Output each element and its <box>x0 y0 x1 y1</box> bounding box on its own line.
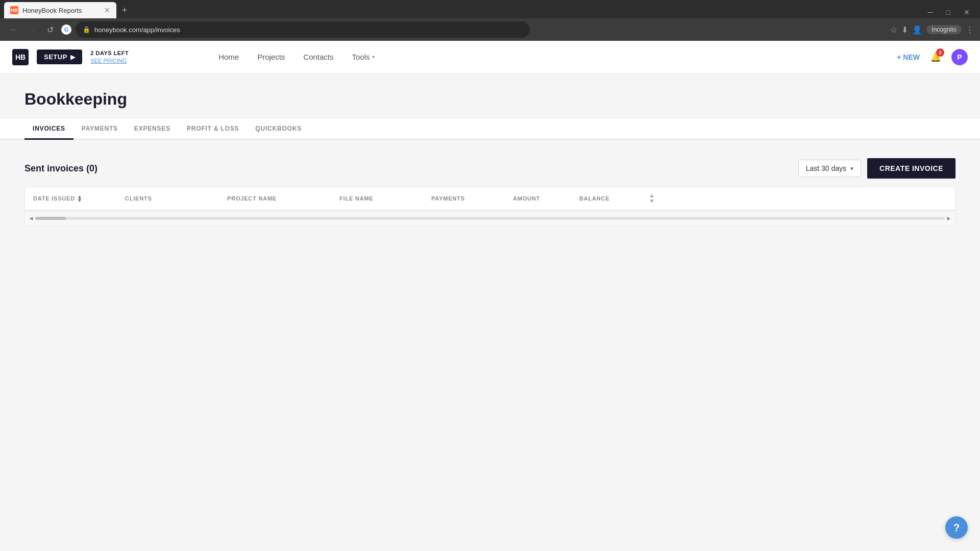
tab-expenses[interactable]: EXPENSES <box>126 119 179 140</box>
app-header: HB SETUP ▶ 2 DAYS LEFT SEE PRICING Home … <box>0 41 980 73</box>
logo: HB <box>12 49 29 65</box>
avatar[interactable]: P <box>951 49 968 65</box>
tools-chevron-icon: ▾ <box>372 54 375 60</box>
tab-quickbooks[interactable]: QUICKBOOKS <box>247 119 310 140</box>
tab-close-icon[interactable]: ✕ <box>104 6 110 14</box>
see-pricing-link[interactable]: SEE PRICING <box>90 57 129 64</box>
nav-projects[interactable]: Projects <box>257 53 285 61</box>
nav-tools[interactable]: Tools ▾ <box>352 53 375 61</box>
scrollbar-thumb[interactable] <box>35 217 66 220</box>
window-close[interactable]: ✕ <box>958 8 976 16</box>
nav-forward[interactable]: → <box>24 22 39 37</box>
filter-area: Last 30 days ▾ CREATE INVOICE <box>798 158 955 179</box>
browser-nav-bar: ← → ↺ G 🔒 honeybook.com/app/invoices ☆ ⬇… <box>0 18 980 41</box>
tab-payments[interactable]: PAYMENTS <box>74 119 126 140</box>
scroll-controls-icon: ▲▼ <box>649 193 655 204</box>
page-content: Bookkeeping INVOICES PAYMENTS EXPENSES P… <box>0 73 980 551</box>
invoices-table: DATE ISSUED ▲▼ CLIENTS PROJECT NAME FILE… <box>24 187 955 226</box>
app: HB SETUP ▶ 2 DAYS LEFT SEE PRICING Home … <box>0 41 980 551</box>
nav-back[interactable]: ← <box>6 22 20 37</box>
help-button[interactable]: ? <box>945 516 968 539</box>
window-minimize[interactable]: ─ <box>922 8 939 16</box>
sort-icon: ▲▼ <box>77 195 83 202</box>
download-icon[interactable]: ⬇ <box>901 25 908 35</box>
new-button[interactable]: + NEW <box>897 53 920 61</box>
col-payments: PAYMENTS <box>427 189 509 208</box>
setup-button[interactable]: SETUP ▶ <box>37 49 82 64</box>
new-tab-button[interactable]: + <box>117 3 132 17</box>
invoice-section: Sent invoices (0) Last 30 days ▾ CREATE … <box>24 154 955 226</box>
table-scrollbar: ◄ ► <box>25 211 955 226</box>
date-filter-label: Last 30 days <box>806 164 846 172</box>
trial-days-text: 2 DAYS LEFT <box>90 49 129 57</box>
scrollbar-track <box>35 217 945 220</box>
logo-icon: HB <box>12 49 29 65</box>
setup-arrow-icon: ▶ <box>70 54 76 61</box>
nav-home[interactable]: Home <box>218 53 239 61</box>
main-nav: Home Projects Contacts Tools ▾ <box>218 53 374 61</box>
notification-button[interactable]: 🔔 2 <box>930 52 941 63</box>
date-filter-dropdown[interactable]: Last 30 days ▾ <box>798 160 861 177</box>
address-bar[interactable]: 🔒 honeybook.com/app/invoices <box>76 21 530 38</box>
setup-label: SETUP <box>44 53 67 61</box>
scroll-right-arrow[interactable]: ► <box>945 214 953 222</box>
tab-invoices[interactable]: INVOICES <box>24 119 74 140</box>
scroll-left-arrow[interactable]: ◄ <box>27 214 35 222</box>
col-amount: AMOUNT <box>509 189 575 208</box>
invoice-section-header: Sent invoices (0) Last 30 days ▾ CREATE … <box>24 154 955 187</box>
invoice-section-title: Sent invoices (0) <box>24 163 97 174</box>
profile-icon[interactable]: 👤 <box>912 25 922 35</box>
col-file-name: FILE NAME <box>335 189 427 208</box>
browser-chrome: HB HoneyBook Reports ✕ + ─ □ ✕ <box>0 0 980 18</box>
table-header-row: DATE ISSUED ▲▼ CLIENTS PROJECT NAME FILE… <box>25 187 955 211</box>
create-invoice-button[interactable]: CREATE INVOICE <box>867 158 955 179</box>
page-title: Bookkeeping <box>24 90 955 109</box>
incognito-badge: Incognito <box>926 25 962 34</box>
tab-favicon: HB <box>10 6 18 14</box>
tab-profit-loss[interactable]: PROFIT & LOSS <box>179 119 247 140</box>
browser-tab-active[interactable]: HB HoneyBook Reports ✕ <box>4 2 116 18</box>
col-balance: BALANCE <box>575 189 642 208</box>
tab-title: HoneyBook Reports <box>22 7 100 14</box>
col-date-issued[interactable]: DATE ISSUED ▲▼ <box>29 189 121 208</box>
address-text: honeybook.com/app/invoices <box>94 26 180 34</box>
header-right: + NEW 🔔 2 P <box>897 49 968 65</box>
notification-badge: 2 <box>936 48 944 57</box>
window-maximize[interactable]: □ <box>940 8 957 16</box>
col-project-name: PROJECT NAME <box>223 189 335 208</box>
tabs-container: INVOICES PAYMENTS EXPENSES PROFIT & LOSS… <box>0 119 980 140</box>
nav-contacts[interactable]: Contacts <box>303 53 333 61</box>
google-icon: G <box>61 24 71 35</box>
col-clients: CLIENTS <box>121 189 223 208</box>
browser-menu-icon[interactable]: ⋮ <box>966 25 974 35</box>
bookmark-icon[interactable]: ☆ <box>890 25 897 35</box>
col-actions: ▲▼ <box>642 187 662 210</box>
address-lock-icon: 🔒 <box>83 26 90 33</box>
nav-reload[interactable]: ↺ <box>43 22 57 37</box>
trial-info: 2 DAYS LEFT SEE PRICING <box>90 49 129 64</box>
chevron-down-icon: ▾ <box>850 165 853 172</box>
